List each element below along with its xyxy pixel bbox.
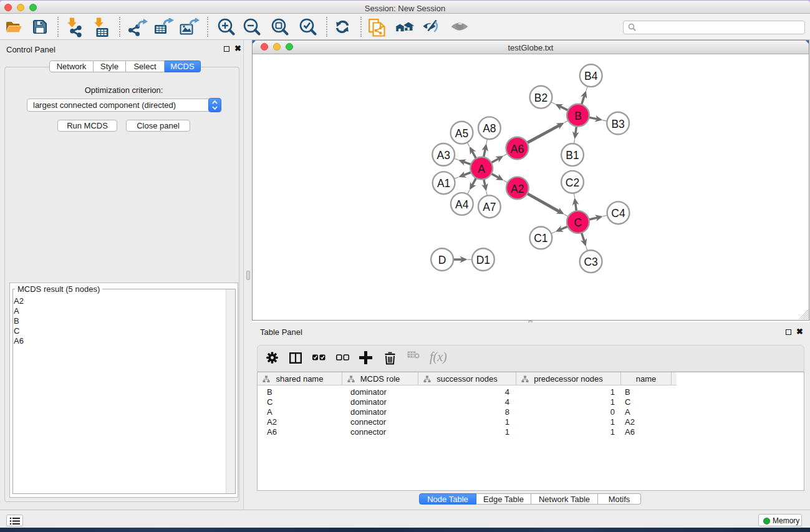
svg-text:C3: C3 bbox=[584, 256, 597, 268]
svg-text:A: A bbox=[478, 163, 485, 175]
svg-text:B2: B2 bbox=[534, 92, 547, 104]
svg-text:C2: C2 bbox=[566, 177, 579, 189]
svg-text:C4: C4 bbox=[611, 207, 625, 220]
svg-text:B4: B4 bbox=[584, 70, 598, 82]
svg-text:A2: A2 bbox=[511, 183, 524, 195]
svg-text:A3: A3 bbox=[436, 149, 450, 162]
svg-text:C: C bbox=[574, 216, 582, 229]
svg-text:A7: A7 bbox=[483, 201, 496, 213]
svg-text:D: D bbox=[438, 254, 446, 266]
svg-text:A4: A4 bbox=[455, 198, 469, 211]
svg-text:B1: B1 bbox=[566, 149, 579, 162]
svg-text:A6: A6 bbox=[511, 143, 524, 155]
svg-text:A5: A5 bbox=[455, 127, 468, 140]
svg-text:C1: C1 bbox=[534, 232, 547, 244]
svg-text:A8: A8 bbox=[483, 122, 496, 135]
svg-text:B: B bbox=[574, 110, 582, 122]
svg-text:A1: A1 bbox=[437, 177, 450, 190]
svg-text:B3: B3 bbox=[611, 118, 624, 130]
svg-text:D1: D1 bbox=[476, 254, 490, 266]
